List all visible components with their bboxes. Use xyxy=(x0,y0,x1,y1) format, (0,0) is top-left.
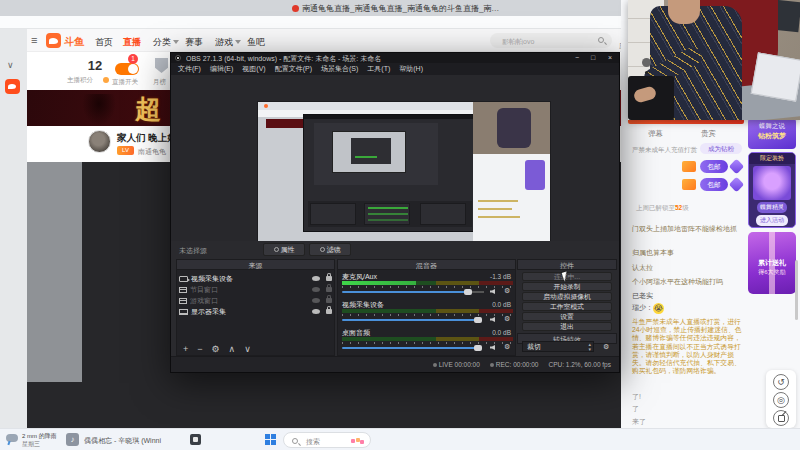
add-source-button[interactable]: + xyxy=(183,344,188,354)
mixer-header[interactable]: 混音器 xyxy=(337,259,516,270)
menu-scene-collection[interactable]: 场景集合(S) xyxy=(321,64,358,74)
media-title[interactable]: 偶偶相忘 - 辛晓琪 (Winni xyxy=(84,436,189,446)
menu-help[interactable]: 帮助(H) xyxy=(399,64,423,74)
nav-item-yuba[interactable]: 鱼吧 xyxy=(247,36,265,49)
nav-item-home[interactable]: 首页 xyxy=(95,36,113,49)
chat-tab-danmu[interactable]: 弹幕 xyxy=(648,129,663,139)
douyu-logo-icon[interactable] xyxy=(46,33,61,48)
target-float-button[interactable]: ◎ xyxy=(773,392,789,408)
source-row-camera[interactable]: 视频采集设备 xyxy=(179,273,332,284)
menu-edit[interactable]: 编辑(E) xyxy=(210,64,233,74)
menu-tools[interactable]: 工具(T) xyxy=(367,64,390,74)
transition-select[interactable]: 裁切 ▴▾ xyxy=(522,341,594,352)
maximize-button[interactable]: □ xyxy=(591,54,595,61)
start-recording-button[interactable]: 开始录制 xyxy=(522,282,612,291)
flowers-icon xyxy=(350,437,364,445)
douyu-mini-logo-icon[interactable] xyxy=(5,79,20,94)
search-input[interactable]: 影帕帕ovo xyxy=(490,33,612,48)
nav-item-category[interactable]: 分类 xyxy=(153,36,171,49)
taskbar-search[interactable]: 搜索 xyxy=(283,432,371,448)
nav-item-games[interactable]: 游戏 xyxy=(215,36,233,49)
weather-day[interactable]: 星期三 xyxy=(22,440,40,449)
slider-handle[interactable] xyxy=(464,289,472,295)
menu-profile[interactable]: 配置文件(P) xyxy=(275,64,312,74)
free-shipping-button[interactable]: 包邮 xyxy=(700,160,728,173)
obs-logo-icon xyxy=(175,55,181,61)
streamer-name[interactable]: 南通龟龟 xyxy=(138,147,166,157)
studio-mode-button[interactable]: 工作室模式 xyxy=(522,302,612,311)
media-app-icon[interactable] xyxy=(190,434,201,445)
obs-title-bar[interactable]: OBS 27.1.3 (64-bit, windows) - 配置文件: 未命名… xyxy=(171,53,619,63)
filters-button[interactable]: 滤镜 xyxy=(309,243,351,256)
slider-handle[interactable] xyxy=(474,317,482,323)
settings-button[interactable]: 设置 xyxy=(522,312,612,321)
join-fans-button[interactable]: 成为钻粉 xyxy=(700,143,742,154)
collapse-icon[interactable]: ∨ xyxy=(7,60,14,70)
gift-banner-row[interactable]: 包邮 xyxy=(632,160,744,174)
move-up-button[interactable]: ∧ xyxy=(229,344,236,354)
properties-button[interactable]: 属性 xyxy=(263,243,305,256)
minimize-button[interactable]: − xyxy=(575,54,579,61)
spinner-icons[interactable]: ▴▾ xyxy=(588,342,591,352)
activity-card[interactable]: 限定装扮 蝶舞精灵 进入活动 xyxy=(748,152,796,228)
move-down-button[interactable]: ∨ xyxy=(244,344,251,354)
laptop xyxy=(751,52,800,101)
speaker-icon[interactable] xyxy=(490,345,495,350)
speaker-icon[interactable] xyxy=(490,289,495,294)
volume-slider[interactable] xyxy=(342,347,480,349)
compose-float-button[interactable] xyxy=(773,410,789,426)
lock-icon[interactable] xyxy=(326,298,332,303)
transition-gear-icon[interactable]: ⚙ xyxy=(603,343,609,351)
eye-icon[interactable] xyxy=(312,309,320,314)
rank-shield-icon[interactable] xyxy=(155,58,168,73)
source-row-window1[interactable]: 节目窗口 xyxy=(179,284,332,295)
gift-activity-box[interactable]: 累计送礼 得6大奖励 xyxy=(748,232,796,294)
lock-icon[interactable] xyxy=(326,287,332,292)
free-shipping-button[interactable]: 包邮 xyxy=(700,178,728,191)
lock-icon[interactable] xyxy=(326,276,332,281)
nav-item-live[interactable]: 直播 xyxy=(123,36,141,49)
virtual-camera-button[interactable]: 启动虚拟摄像机 xyxy=(522,292,612,301)
speaker-icon[interactable] xyxy=(490,317,495,322)
gear-icon[interactable]: ⚙ xyxy=(504,287,510,295)
menu-file[interactable]: 文件(F) xyxy=(178,64,201,74)
chat-message: 来了 xyxy=(632,417,646,427)
lock-icon[interactable] xyxy=(326,309,332,314)
gear-icon[interactable]: ⚙ xyxy=(504,315,510,323)
menu-view[interactable]: 视图(V) xyxy=(242,64,265,74)
slider-handle[interactable] xyxy=(474,345,482,351)
chat-scrollbar[interactable] xyxy=(795,260,798,320)
remove-source-button[interactable]: − xyxy=(197,344,202,354)
source-row-window2[interactable]: 游戏窗口 xyxy=(179,295,332,306)
volume-slider[interactable] xyxy=(342,319,480,321)
history-float-button[interactable]: ↺ xyxy=(773,374,789,390)
close-button[interactable]: × xyxy=(608,54,612,61)
gift-banner-row[interactable]: 包邮 xyxy=(632,178,744,192)
unlock-progress-text: 上周已解锁至52级 xyxy=(636,204,689,213)
nav-item-esports[interactable]: 赛事 xyxy=(185,36,203,49)
exit-button[interactable]: 退出 xyxy=(522,322,612,331)
weather-icon[interactable] xyxy=(6,434,18,442)
sources-header[interactable]: 来源 xyxy=(176,259,335,270)
hamburger-icon[interactable]: ≡ xyxy=(31,34,37,46)
activity-badge[interactable]: 蝶舞之说 钻粉筑梦 xyxy=(748,118,796,149)
crying-emoji: 😭 xyxy=(653,303,664,314)
volume-slider[interactable] xyxy=(342,291,470,293)
live-toggle[interactable] xyxy=(115,63,139,75)
chat-tab-vip[interactable]: 贵宾 xyxy=(701,129,716,139)
eye-icon[interactable] xyxy=(312,276,320,281)
controls-header[interactable]: 控件 xyxy=(517,259,617,270)
enter-activity-button[interactable]: 进入活动 xyxy=(756,215,788,226)
browser-tab[interactable]: 南通龟龟直播_南通龟龟直播_南通龟龟的斗鱼直播_南通龟龟斗鱼直播 xyxy=(302,3,502,14)
search-icon[interactable] xyxy=(598,37,604,43)
gear-icon[interactable]: ⚙ xyxy=(504,343,510,351)
douyu-logo-text[interactable]: 斗鱼 xyxy=(64,35,84,49)
streamer-avatar[interactable] xyxy=(88,130,111,153)
obs-preview-area[interactable] xyxy=(171,75,619,241)
score-help-icon[interactable] xyxy=(103,77,109,83)
start-button[interactable] xyxy=(265,434,277,446)
source-row-display[interactable]: 显示器采集 xyxy=(179,306,332,317)
eye-icon[interactable] xyxy=(312,287,320,292)
eye-icon[interactable] xyxy=(312,298,320,303)
source-properties-button[interactable]: ⚙ xyxy=(212,344,220,354)
